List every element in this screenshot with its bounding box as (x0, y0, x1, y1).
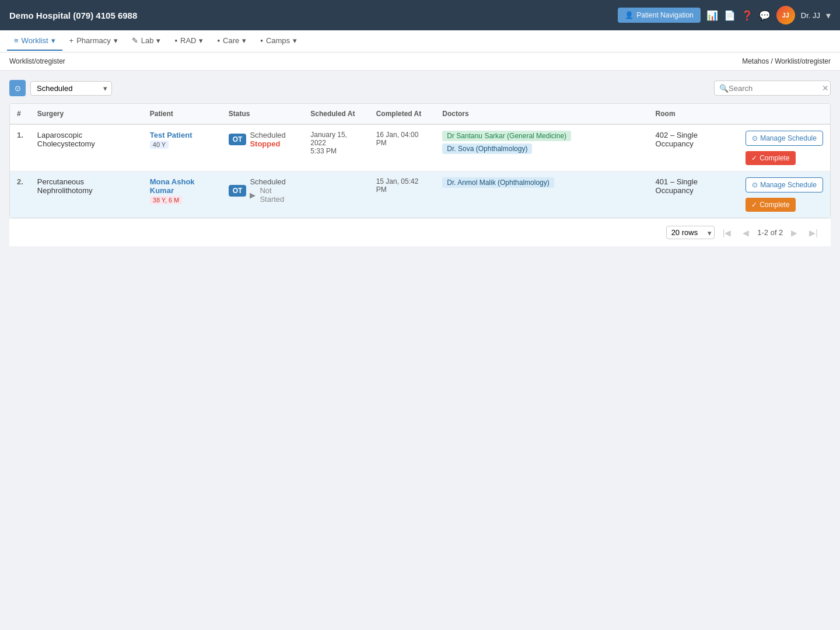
room-text: 401 – Single Occupancy (656, 177, 698, 195)
filter-button[interactable]: ⊙ (9, 80, 26, 96)
nav-item-rad[interactable]: ▪ RAD ▾ (167, 32, 210, 51)
row-num: 2. (10, 172, 30, 218)
avatar: JJ (776, 6, 795, 24)
search-input[interactable] (729, 84, 822, 93)
room-cell: 402 – Single Occupancy (649, 124, 739, 172)
help-icon[interactable]: ❓ (741, 10, 753, 21)
action-buttons: ⊙ Manage Schedule ✓ Complete (746, 177, 823, 212)
status-label: Scheduled (250, 131, 285, 139)
filter-bar: ⊙ Scheduled Completed All 🔍 ✕ (9, 80, 831, 96)
table-row: 1. Laparoscopic Cholecystectomy Test Pat… (10, 124, 830, 172)
lab-icon: ✎ (132, 36, 138, 45)
doctors-cell: Dr. Anmol Malik (Ophthalmology) (435, 172, 648, 218)
filter-icon: ⊙ (15, 84, 21, 93)
breadcrumb-path: Worklist/otregister (775, 57, 831, 65)
doctor-badge: Dr. Anmol Malik (Ophthalmology) (442, 177, 554, 188)
completed-at: 15 Jan, 05:42 PM (376, 177, 429, 194)
chat-icon[interactable]: 💬 (759, 10, 771, 21)
first-page-button[interactable]: |◀ (719, 226, 735, 239)
status-sub: ▶ Not Started (250, 186, 296, 204)
nav-item-care[interactable]: ▪ Care ▾ (210, 32, 253, 51)
col-patient: Patient (143, 104, 222, 124)
action-cell: ⊙ Manage Schedule ✓ Complete (738, 172, 830, 218)
table: # Surgery Patient Status Scheduled At Co… (10, 104, 830, 218)
complete-button[interactable]: ✓ Complete (746, 198, 795, 212)
nav-item-lab[interactable]: ✎ Lab ▾ (125, 32, 168, 51)
manage-schedule-button[interactable]: ⊙ Manage Schedule (746, 131, 823, 146)
status-stopped: Stopped (250, 139, 285, 148)
surgery-name: Laparoscopic Cholecystectomy (30, 124, 143, 172)
person-icon: 👤 (625, 11, 634, 19)
search-wrapper: 🔍 ✕ (714, 80, 831, 96)
chevron-down-icon: ▾ (114, 36, 118, 45)
col-scheduled-at: Scheduled At (303, 104, 369, 124)
pharmacy-icon: + (69, 36, 74, 45)
col-status: Status (222, 104, 304, 124)
patient-name[interactable]: Mona Ashok Kumar (150, 177, 215, 195)
scheduled-time: 5:33 PM (310, 147, 362, 155)
status-cell: OT Scheduled Stopped (222, 124, 304, 172)
pagination-bar: 20 rows 50 rows 100 rows |◀ ◀ 1-2 of 2 ▶… (9, 218, 831, 246)
chevron-down-icon: ▾ (156, 36, 160, 45)
breadcrumb-right: Metahos / Worklist/otregister (742, 57, 831, 65)
rad-icon: ▪ (174, 36, 177, 45)
status-cell: OT Scheduled ▶ Not Started (222, 172, 304, 218)
chevron-down-icon[interactable]: ▾ (826, 10, 831, 21)
last-page-button[interactable]: ▶| (806, 226, 821, 239)
col-num: # (10, 104, 30, 124)
page-info: 1-2 of 2 (757, 228, 783, 237)
patient-navigation-button[interactable]: 👤 Patient Navigation (618, 8, 700, 23)
app-header: Demo Hospital (079) 4105 6988 👤 Patient … (0, 0, 840, 30)
prev-page-button[interactable]: ◀ (739, 226, 752, 239)
file-icon[interactable]: 📄 (724, 10, 736, 21)
patient-age-badge: 38 Y, 6 M (150, 196, 182, 204)
room-cell: 401 – Single Occupancy (649, 172, 739, 218)
manage-schedule-button[interactable]: ⊙ Manage Schedule (746, 177, 823, 192)
worklist-icon: ≡ (14, 36, 19, 45)
checkmark-icon: ✓ (751, 201, 757, 209)
status-label: Scheduled (250, 177, 296, 186)
col-surgery: Surgery (30, 104, 143, 124)
chevron-down-icon: ▾ (199, 36, 203, 45)
patient-cell: Test Patient 40 Y (143, 124, 222, 172)
ot-badge: OT (229, 134, 247, 145)
complete-button[interactable]: ✓ Complete (746, 151, 795, 165)
surgery-name: Percutaneous Nephrolithotomy (30, 172, 143, 218)
action-buttons: ⊙ Manage Schedule ✓ Complete (746, 131, 823, 165)
navigation-bar: ≡ Worklist ▾ + Pharmacy ▾ ✎ Lab ▾ ▪ RAD … (0, 30, 840, 52)
col-completed-at: Completed At (369, 104, 436, 124)
nav-item-camps[interactable]: ▪ Camps ▾ (253, 32, 304, 51)
next-page-button[interactable]: ▶ (788, 226, 801, 239)
camps-icon: ▪ (260, 36, 263, 45)
chevron-down-icon: ▾ (51, 36, 55, 45)
rows-select-wrapper: 20 rows 50 rows 100 rows (666, 226, 715, 239)
patient-name[interactable]: Test Patient (150, 131, 215, 139)
doctor-badge: Dr. Sova (Ophthalmology) (442, 144, 532, 154)
scheduled-at-cell (303, 172, 369, 218)
breadcrumb-left: Worklist/otregister (9, 57, 65, 65)
nav-item-pharmacy[interactable]: + Pharmacy ▾ (62, 32, 125, 51)
rows-per-page-select[interactable]: 20 rows 50 rows 100 rows (666, 226, 715, 239)
room-text: 402 – Single Occupancy (656, 131, 698, 148)
doctors-cell: Dr Santanu Sarkar (General Medicine) Dr.… (435, 124, 648, 172)
user-label: Dr. JJ (801, 11, 820, 20)
breadcrumb: Worklist/otregister Metahos / Worklist/o… (0, 52, 840, 71)
doctor-badge: Dr Santanu Sarkar (General Medicine) (442, 131, 571, 141)
chevron-down-icon: ▾ (293, 36, 297, 45)
completed-at-cell: 15 Jan, 05:42 PM (369, 172, 436, 218)
nav-item-worklist[interactable]: ≡ Worklist ▾ (7, 32, 62, 51)
close-icon[interactable]: ✕ (822, 83, 829, 93)
checkmark-icon: ✓ (751, 154, 757, 162)
calendar-icon: ⊙ (752, 134, 758, 142)
col-doctors: Doctors (435, 104, 648, 124)
calendar-icon: ⊙ (752, 181, 758, 189)
monitor-icon[interactable]: 📊 (706, 10, 718, 21)
chevron-down-icon: ▾ (242, 36, 246, 45)
status-select[interactable]: Scheduled Completed All (30, 81, 112, 96)
breadcrumb-home-link[interactable]: Metahos (742, 57, 769, 65)
patient-age-badge: 40 Y (150, 141, 169, 149)
ot-register-table: # Surgery Patient Status Scheduled At Co… (9, 103, 831, 218)
patient-cell: Mona Ashok Kumar 38 Y, 6 M (143, 172, 222, 218)
scheduled-at-cell: January 15, 2022 5:33 PM (303, 124, 369, 172)
care-icon: ▪ (217, 36, 220, 45)
